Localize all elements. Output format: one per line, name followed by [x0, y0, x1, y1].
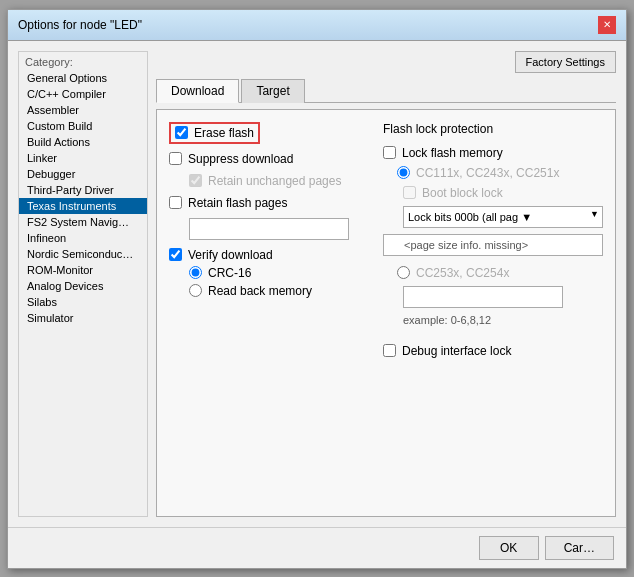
left-column: Erase flash Suppress download Retain unc…: [169, 122, 367, 504]
read-back-radio[interactable]: [189, 284, 202, 297]
sidebar: Category: General Options C/C++ Compiler…: [18, 51, 148, 517]
factory-settings-button[interactable]: Factory Settings: [515, 51, 616, 73]
dialog-footer: OK Car…: [8, 527, 626, 568]
flash-lock-title: Flash lock protection: [383, 122, 603, 136]
lock-bits-dropdown[interactable]: Lock bits 000b (all pag ▼: [403, 206, 603, 228]
close-button[interactable]: ✕: [598, 16, 616, 34]
sidebar-item-debugger[interactable]: Debugger: [19, 166, 147, 182]
erase-flash-checkbox[interactable]: [175, 126, 188, 139]
cc253x-input-area: [383, 286, 603, 308]
sidebar-item-silabs[interactable]: Silabs: [19, 294, 147, 310]
sidebar-item-custom-build[interactable]: Custom Build: [19, 118, 147, 134]
erase-flash-row: Erase flash: [169, 122, 367, 144]
tabs: Download Target: [156, 79, 616, 103]
retain-unchanged-label: Retain unchanged pages: [208, 174, 341, 188]
retain-flash-label: Retain flash pages: [188, 196, 287, 210]
cc253x-label: CC253x, CC254x: [416, 266, 509, 280]
sidebar-item-rom-monitor[interactable]: ROM-Monitor: [19, 262, 147, 278]
retain-unchanged-checkbox[interactable]: [189, 174, 202, 187]
main-panel: Factory Settings Download Target Erase f…: [156, 51, 616, 517]
category-label: Category:: [19, 52, 147, 70]
retain-flash-row: Retain flash pages: [169, 196, 367, 210]
cc111x-row: CC111x, CC243x, CC251x: [383, 166, 603, 180]
page-size-info-text: <page size info. missing>: [404, 239, 528, 251]
sidebar-item-third-party-driver[interactable]: Third-Party Driver: [19, 182, 147, 198]
read-back-row: Read back memory: [169, 284, 367, 298]
sidebar-item-linker[interactable]: Linker: [19, 150, 147, 166]
erase-flash-highlighted: Erase flash: [169, 122, 260, 144]
tab-download[interactable]: Download: [156, 79, 239, 103]
lock-bits-wrapper: Lock bits 000b (all pag ▼: [383, 206, 603, 228]
options-dialog: Options for node "LED" ✕ Category: Gener…: [7, 9, 627, 569]
cc111x-radio[interactable]: [397, 166, 410, 179]
boot-block-label: Boot block lock: [422, 186, 503, 200]
content-area: Erase flash Suppress download Retain unc…: [156, 109, 616, 517]
retain-flash-checkbox[interactable]: [169, 196, 182, 209]
ok-button[interactable]: OK: [479, 536, 539, 560]
example-text: example: 0-6,8,12: [383, 314, 603, 326]
suppress-download-row: Suppress download: [169, 152, 367, 166]
right-column: Flash lock protection Lock flash memory …: [383, 122, 603, 504]
suppress-download-checkbox[interactable]: [169, 152, 182, 165]
debug-interface-row: Debug interface lock: [383, 344, 603, 358]
crc16-label: CRC-16: [208, 266, 251, 280]
verify-download-checkbox[interactable]: [169, 248, 182, 261]
tab-target[interactable]: Target: [241, 79, 304, 103]
verify-download-label: Verify download: [188, 248, 273, 262]
title-bar: Options for node "LED" ✕: [8, 10, 626, 41]
sidebar-item-nordic[interactable]: Nordic Semiconduc…: [19, 246, 147, 262]
sidebar-item-assembler[interactable]: Assembler: [19, 102, 147, 118]
debug-interface-label: Debug interface lock: [402, 344, 511, 358]
boot-block-row: Boot block lock: [383, 186, 603, 200]
verify-download-row: Verify download: [169, 248, 367, 262]
sidebar-item-texas-instruments[interactable]: Texas Instruments: [19, 198, 147, 214]
page-size-info-box: <page size info. missing>: [383, 234, 603, 256]
lock-flash-label: Lock flash memory: [402, 146, 503, 160]
sidebar-item-analog-devices[interactable]: Analog Devices: [19, 278, 147, 294]
cc253x-textbox[interactable]: [403, 286, 563, 308]
cc111x-label: CC111x, CC243x, CC251x: [416, 166, 559, 180]
sidebar-item-general-options[interactable]: General Options: [19, 70, 147, 86]
lock-flash-checkbox[interactable]: [383, 146, 396, 159]
sidebar-item-infineon[interactable]: Infineon: [19, 230, 147, 246]
factory-btn-row: Factory Settings: [156, 51, 616, 73]
dialog-title: Options for node "LED": [18, 18, 142, 32]
verify-section: Verify download CRC-16 Read back memory: [169, 248, 367, 298]
crc16-radio[interactable]: [189, 266, 202, 279]
sidebar-item-build-actions[interactable]: Build Actions: [19, 134, 147, 150]
sidebar-item-cpp-compiler[interactable]: C/C++ Compiler: [19, 86, 147, 102]
cancel-button[interactable]: Car…: [545, 536, 614, 560]
erase-flash-label: Erase flash: [194, 126, 254, 140]
cc253x-radio[interactable]: [397, 266, 410, 279]
retain-unchanged-row: Retain unchanged pages: [169, 174, 367, 188]
sidebar-item-simulator[interactable]: Simulator: [19, 310, 147, 326]
dialog-body: Category: General Options C/C++ Compiler…: [8, 41, 626, 527]
cc253x-row: CC253x, CC254x: [383, 266, 603, 280]
read-back-label: Read back memory: [208, 284, 312, 298]
flash-pages-textbox[interactable]: [189, 218, 349, 240]
crc16-row: CRC-16: [169, 266, 367, 280]
boot-block-checkbox[interactable]: [403, 186, 416, 199]
sidebar-item-fs2[interactable]: FS2 System Navig…: [19, 214, 147, 230]
lock-flash-row: Lock flash memory: [383, 146, 603, 160]
flash-pages-input-area: [169, 218, 367, 240]
suppress-download-label: Suppress download: [188, 152, 293, 166]
debug-interface-checkbox[interactable]: [383, 344, 396, 357]
